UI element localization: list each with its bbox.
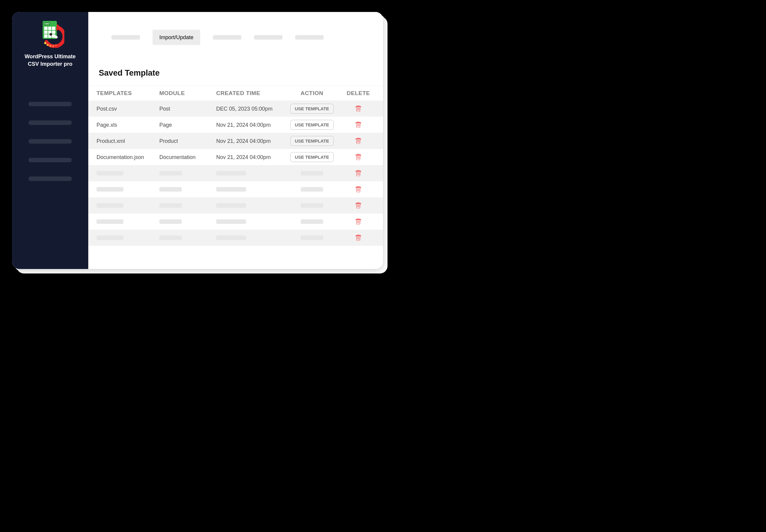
cell-placeholder xyxy=(97,187,123,192)
app-window: CSV WordPress Ultimate CSV Im xyxy=(12,12,383,269)
cell-placeholder xyxy=(216,219,246,224)
page-title: Saved Template xyxy=(99,68,383,77)
tab-placeholder[interactable] xyxy=(254,35,283,40)
delete-icon[interactable] xyxy=(355,121,361,129)
table-row xyxy=(88,181,383,198)
templates-table: TEMPLATES MODULE CREATED TIME ACTION DEL… xyxy=(88,85,383,246)
cell-placeholder xyxy=(216,187,246,192)
col-templates: TEMPLATES xyxy=(97,90,159,97)
col-delete: DELETE xyxy=(339,90,378,97)
table-header-row: TEMPLATES MODULE CREATED TIME ACTION DEL… xyxy=(88,86,383,101)
svg-point-11 xyxy=(49,45,51,47)
col-action: ACTION xyxy=(285,90,339,97)
table-row: Page.xls Page Nov 21, 2024 04:00pm USE T… xyxy=(88,117,383,133)
tab-placeholder[interactable] xyxy=(213,35,242,40)
cell-template: Documentation.json xyxy=(97,154,159,160)
delete-icon[interactable] xyxy=(355,105,361,112)
delete-icon[interactable] xyxy=(355,170,361,177)
app-title: WordPress Ultimate CSV Importer pro xyxy=(25,53,76,68)
cell-module: Page xyxy=(159,122,216,128)
delete-icon[interactable] xyxy=(355,137,361,145)
delete-icon[interactable] xyxy=(355,202,361,209)
cell-placeholder xyxy=(97,236,123,240)
cell-placeholder xyxy=(216,203,246,208)
cell-placeholder xyxy=(159,236,182,240)
svg-point-12 xyxy=(52,45,54,47)
cell-placeholder xyxy=(216,236,246,240)
tab-placeholder[interactable] xyxy=(112,35,140,40)
cell-created: Nov 21, 2024 04:00pm xyxy=(216,154,285,160)
cell-placeholder xyxy=(97,203,123,208)
cell-template: Product.xml xyxy=(97,138,159,144)
table-row xyxy=(88,230,383,246)
use-template-button[interactable]: USE TEMPLATE xyxy=(290,136,334,146)
use-template-button[interactable]: USE TEMPLATE xyxy=(290,152,334,162)
sidebar-item[interactable] xyxy=(28,102,72,106)
svg-point-15 xyxy=(50,33,52,36)
svg-point-9 xyxy=(44,42,46,44)
cell-created: DEC 05, 2023 05:00pm xyxy=(216,106,285,112)
cell-placeholder xyxy=(301,203,323,208)
sidebar-item[interactable] xyxy=(28,177,72,181)
cell-created: Nov 21, 2024 04:00pm xyxy=(216,138,285,144)
cell-placeholder xyxy=(97,219,123,224)
cell-placeholder xyxy=(216,171,246,175)
cell-placeholder xyxy=(97,171,123,175)
cell-placeholder xyxy=(159,219,182,224)
table-row: Post.csv Post DEC 05, 2023 05:00pm USE T… xyxy=(88,101,383,117)
table-row xyxy=(88,198,383,214)
cell-template: Page.xls xyxy=(97,122,159,128)
cell-module: Post xyxy=(159,106,216,112)
table-row: Product.xml Product Nov 21, 2024 04:00pm… xyxy=(88,133,383,149)
app-logo: CSV xyxy=(36,19,64,48)
cell-template: Post.csv xyxy=(97,106,159,112)
cell-placeholder xyxy=(301,187,323,192)
delete-icon[interactable] xyxy=(355,154,361,161)
tab-label: Import/Update xyxy=(159,34,194,41)
sidebar-item[interactable] xyxy=(28,139,72,144)
sidebar: CSV WordPress Ultimate CSV Im xyxy=(12,12,88,269)
main-panel: Import/Update Saved Template TEMPLATES M… xyxy=(88,12,383,269)
table-row: Documentation.json Documentation Nov 21,… xyxy=(88,149,383,165)
cell-placeholder xyxy=(301,219,323,224)
cell-created: Nov 21, 2024 04:00pm xyxy=(216,122,285,128)
cell-placeholder xyxy=(159,187,182,192)
table-row xyxy=(88,214,383,230)
cell-placeholder xyxy=(159,171,182,175)
delete-icon[interactable] xyxy=(355,186,361,193)
cell-placeholder xyxy=(301,171,323,175)
cell-placeholder xyxy=(301,236,323,240)
cell-placeholder xyxy=(159,203,182,208)
cell-module: Documentation xyxy=(159,154,216,160)
col-module: MODULE xyxy=(159,90,216,97)
delete-icon[interactable] xyxy=(355,218,361,225)
app-title-line2: CSV Importer pro xyxy=(28,61,72,67)
app-title-line1: WordPress Ultimate xyxy=(25,53,76,60)
svg-point-13 xyxy=(55,44,57,46)
sidebar-item[interactable] xyxy=(28,120,72,125)
sidebar-nav xyxy=(16,102,84,181)
use-template-button[interactable]: USE TEMPLATE xyxy=(290,120,334,130)
use-template-button[interactable]: USE TEMPLATE xyxy=(290,104,334,114)
sidebar-item[interactable] xyxy=(28,158,72,162)
tab-placeholder[interactable] xyxy=(295,35,324,40)
tab-import-update[interactable]: Import/Update xyxy=(152,30,200,45)
tab-bar: Import/Update xyxy=(99,26,368,49)
svg-text:CSV: CSV xyxy=(45,22,50,25)
svg-point-10 xyxy=(47,44,49,46)
delete-icon[interactable] xyxy=(355,234,361,241)
cell-module: Product xyxy=(159,138,216,144)
col-created: CREATED TIME xyxy=(216,90,285,97)
table-row xyxy=(88,165,383,181)
